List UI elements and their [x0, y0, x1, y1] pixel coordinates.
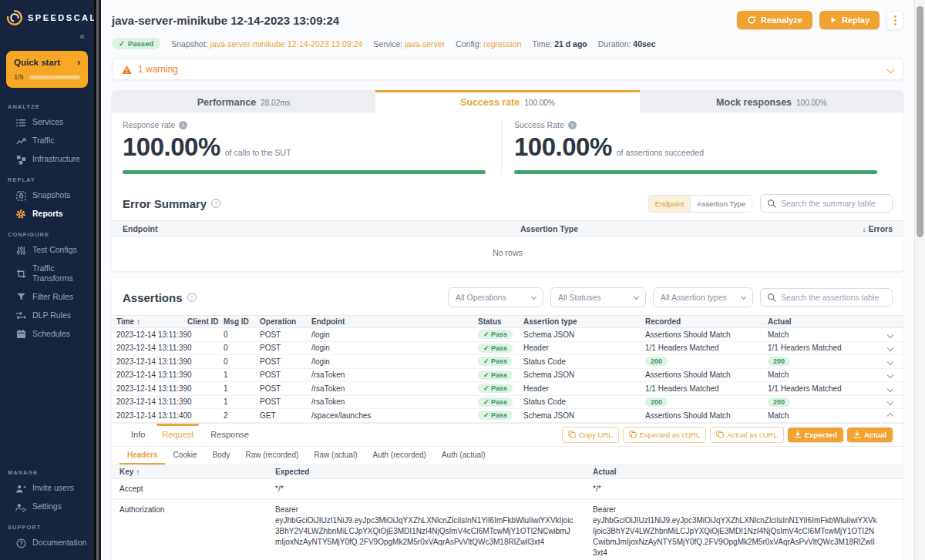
toggle-assertion-type[interactable]: Assertion Type	[690, 196, 752, 212]
sidebar-item-settings[interactable]: Settings	[0, 498, 94, 516]
sidebar-item-traffic[interactable]: Traffic	[0, 132, 94, 150]
col-errors-sort[interactable]: ↓ Errors	[863, 224, 893, 233]
warning-banner[interactable]: 1 warning	[112, 59, 903, 80]
col-key-sort[interactable]: Key ↑	[119, 468, 275, 476]
help-icon[interactable]: ?	[211, 199, 220, 208]
info-icon[interactable]: i	[179, 121, 187, 129]
sidebar-item-documentation[interactable]: Documentation	[0, 534, 94, 552]
subtab-raw-recorded[interactable]: Raw (recorded)	[237, 447, 306, 464]
expand-row-icon[interactable]	[886, 357, 899, 366]
tab-success-rate[interactable]: Success rate100.00%	[375, 90, 639, 112]
detail-tab-response[interactable]: Response	[202, 424, 257, 446]
metric-title: Success Rate	[514, 120, 564, 129]
statuses-filter-select[interactable]: All Statuses	[550, 287, 646, 307]
detail-tab-info[interactable]: Info	[123, 424, 153, 446]
sidebar-collapse-icon[interactable]: «	[0, 29, 94, 46]
test-configs-icon	[15, 245, 26, 256]
assertion-table-row[interactable]: 2023-12-14 13:11:3901POST/rsaToken✓ Pass…	[112, 382, 903, 396]
assertions-search-input[interactable]	[781, 293, 886, 302]
cell-status: ✓ Pass	[478, 344, 523, 353]
summary-search-input[interactable]	[781, 199, 886, 208]
search-icon	[767, 293, 776, 302]
service-link[interactable]: java-server	[405, 39, 445, 49]
col-status: Status	[478, 317, 523, 326]
sidebar-item-filter-rules[interactable]: Filter Rules	[0, 287, 94, 306]
copy-url-button[interactable]: Copy URL	[562, 427, 619, 443]
meta-duration: Duration: 40sec	[598, 39, 656, 49]
sidebar-item-test-configs[interactable]: Test Configs	[0, 241, 94, 260]
error-summary-table-header: Endpoint Assertion Type ↓ Errors	[112, 220, 903, 237]
assertion-table-row[interactable]: 2023-12-14 13:11:3900POST/login✓ PassHea…	[112, 342, 903, 356]
quickstart-step: 1/5	[14, 73, 24, 81]
expand-row-icon[interactable]	[886, 371, 899, 379]
pass-badge: ✓ Pass	[478, 344, 513, 353]
download-actual-button[interactable]: Actual	[847, 428, 893, 442]
sidebar-item-label: Services	[32, 117, 63, 127]
response-rate-bar	[123, 170, 486, 174]
more-options-button[interactable]	[886, 11, 903, 30]
cell-recorded: 200	[645, 397, 768, 407]
toggle-endpoint[interactable]: Endpoint	[649, 196, 691, 212]
download-icon	[794, 431, 802, 438]
col-time-sort[interactable]: Time ↑	[116, 317, 187, 326]
col-assertion-type: Assertion Type	[520, 224, 863, 233]
collapse-row-icon[interactable]	[886, 411, 899, 420]
subtab-cookie[interactable]: Cookie	[165, 447, 204, 464]
info-icon[interactable]: i	[568, 121, 577, 129]
operations-filter-select[interactable]: All Operations	[448, 287, 543, 307]
sidebar-item-label: Snapshots	[32, 190, 71, 200]
vertical-scrollbar[interactable]	[914, 0, 925, 560]
expand-row-icon[interactable]	[886, 384, 899, 393]
app-window: SPEEDSCALE « Quick start › 1/5 ANALYZE S…	[0, 0, 925, 560]
subtab-raw-actual[interactable]: Raw (actual)	[306, 447, 365, 464]
assertion-table-row[interactable]: 2023-12-14 13:11:4002GET/spacex/launches…	[112, 409, 903, 423]
download-expected-button[interactable]: Expected	[788, 428, 843, 442]
detail-tab-request[interactable]: Request	[153, 424, 202, 446]
snapshot-link[interactable]: java-server-minikube 12-14-2023 13:09:24	[210, 39, 362, 49]
assertion-types-filter-select[interactable]: All Assertion types	[653, 287, 753, 307]
sidebar-item-services[interactable]: Services	[0, 113, 94, 132]
sidebar-item-label: Test Configs	[32, 245, 77, 255]
tab-mock-responses[interactable]: Mock responses100.00%	[640, 90, 903, 112]
expand-row-icon[interactable]	[886, 344, 899, 352]
replay-button[interactable]: Replay	[819, 11, 880, 29]
cell-actual: 200	[768, 397, 886, 407]
sidebar-item-snapshots[interactable]: Snapshots	[0, 186, 94, 205]
assertions-card: Assertions ? All Operations All Statuses…	[112, 278, 903, 560]
scrollbar-thumb[interactable]	[917, 6, 923, 237]
sidebar-item-infrastructure[interactable]: Infrastructure	[0, 150, 94, 169]
assertion-table-row[interactable]: 2023-12-14 13:11:3901POST/rsaToken✓ Pass…	[112, 396, 903, 410]
warning-expand-chevron-icon[interactable]	[887, 65, 895, 73]
assertion-table-row[interactable]: 2023-12-14 13:11:3901POST/rsaToken✓ Pass…	[112, 369, 903, 383]
subtab-auth-actual[interactable]: Auth (actual)	[434, 447, 493, 464]
subtab-body[interactable]: Body	[205, 447, 238, 464]
expected-as-curl-button[interactable]: Expected as cURL	[623, 427, 707, 443]
subtab-auth-recorded[interactable]: Auth (recorded)	[365, 447, 433, 464]
expand-row-icon[interactable]	[886, 330, 899, 339]
assertion-table-row[interactable]: 2023-12-14 13:11:3900POST/login✓ PassSch…	[112, 328, 903, 342]
pass-badge: ✓ Pass	[478, 411, 513, 420]
sidebar-item-traffic-transforms[interactable]: Traffic Transforms	[0, 260, 94, 287]
quickstart-card[interactable]: Quick start › 1/5	[6, 51, 88, 88]
help-icon[interactable]: ?	[187, 293, 197, 302]
subtab-headers[interactable]: Headers	[119, 447, 165, 464]
expand-row-icon[interactable]	[886, 397, 899, 406]
pass-badge: ✓ Pass	[478, 371, 513, 380]
meta-time: Time: 21 d ago	[532, 39, 587, 49]
sidebar-item-schedules[interactable]: Schedules	[0, 324, 94, 343]
col-actual: Actual	[593, 468, 896, 476]
col-expected: Expected	[275, 468, 593, 476]
actual-as-curl-button[interactable]: Actual as cURL	[710, 427, 783, 443]
assertion-table-row[interactable]: 2023-12-14 13:11:3900POST/login✓ PassSta…	[112, 355, 903, 369]
sidebar-item-label: Settings	[32, 501, 62, 511]
quickstart-progress	[29, 75, 80, 79]
sidebar-item-reports[interactable]: Reports	[0, 205, 94, 223]
infrastructure-icon	[15, 154, 26, 165]
tab-performance[interactable]: Performance28.02ms	[112, 90, 375, 112]
cell-endpoint: /login	[311, 357, 478, 366]
sidebar-item-invite-users[interactable]: Invite users	[0, 479, 94, 498]
config-link[interactable]: regression	[483, 39, 521, 49]
sidebar-item-dlp-rules[interactable]: DLP Rules	[0, 306, 94, 324]
reanalyze-button[interactable]: Reanalyze	[737, 11, 812, 29]
refresh-icon	[747, 15, 756, 25]
